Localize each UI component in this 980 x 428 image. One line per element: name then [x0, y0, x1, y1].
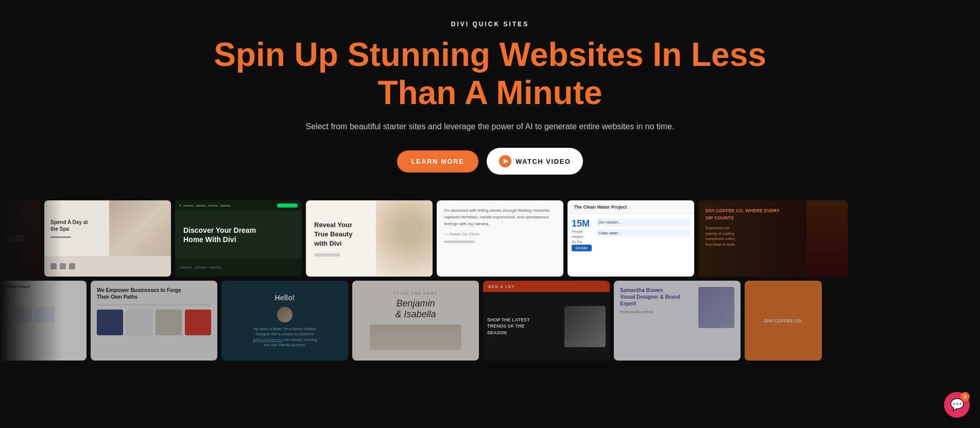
learn-more-button[interactable]: LEARN MORE: [397, 150, 478, 173]
watch-video-button[interactable]: WATCH VIDEO: [487, 148, 583, 175]
samantha-image: [698, 287, 734, 328]
chat-badge: 4: [960, 392, 970, 401]
list-item[interactable]: I'm obsessed with telling stories throug…: [437, 200, 563, 277]
watch-video-label: WATCH VIDEO: [515, 158, 571, 165]
gallery-row-2: The Clean Water Project 15M People helpe…: [0, 281, 980, 365]
gallery-row-2-wrapper: The Clean Water Project 15M People helpe…: [0, 281, 980, 365]
list-item[interactable]: We Empower Businesses to ForgeTheir Own …: [91, 281, 217, 361]
wedding-image: [370, 324, 461, 350]
hero-section: DIVI QUICK SITES Spin Up Stunning Websit…: [0, 0, 980, 190]
list-item[interactable]: Reveal YourTrue Beautywith Divi: [306, 200, 433, 277]
hero-subtitle: Select from beautiful starter sites and …: [10, 122, 970, 131]
hello-avatar: [277, 307, 293, 322]
hero-title: Spin Up Stunning Websites In Less Than A…: [10, 36, 970, 112]
list-item[interactable]: The Clean Water Project 15M People helpe…: [0, 281, 87, 361]
gallery-row-1-wrapper: HERE EVERYSIP COUNTS Spend A Day atthe S…: [0, 200, 980, 281]
gallery-section: HERE EVERYSIP COUNTS Spend A Day atthe S…: [0, 200, 980, 365]
list-item[interactable]: DIVI COFFEE CO. WHERE EVERYSIP COUNTS Ex…: [698, 200, 848, 277]
play-triangle: [504, 159, 508, 164]
list-item[interactable]: The Clean Water Project 15M PeopleHelped…: [568, 200, 694, 277]
list-item[interactable]: DIVI COFFEE CO.: [745, 281, 822, 361]
list-item[interactable]: Samantha BowenVisual Designer & BrandExp…: [614, 281, 741, 361]
list-item[interactable]: Discover Your DreamHome With Divi: [175, 200, 302, 277]
hero-label: DIVI QUICK SITES: [10, 21, 970, 28]
list-item[interactable]: Spend A Day atthe Spa: [44, 200, 171, 277]
play-icon: [499, 155, 511, 167]
list-item[interactable]: Tying the knot Benjamin& Isabella: [352, 281, 479, 361]
list-item[interactable]: Hello! My name is Brian. I'm a Senior Pr…: [221, 281, 348, 361]
chat-button[interactable]: 💬 4: [944, 392, 970, 418]
list-item[interactable]: BEN & LEY SHOP THE LATESTTRENDS OF THESE…: [483, 281, 610, 361]
cw-donate-button[interactable]: Donate: [572, 245, 592, 251]
gallery-row-1: HERE EVERYSIP COUNTS Spend A Day atthe S…: [0, 200, 980, 281]
hero-buttons: LEARN MORE WATCH VIDEO: [10, 148, 970, 175]
list-item[interactable]: HERE EVERYSIP COUNTS: [0, 200, 40, 277]
